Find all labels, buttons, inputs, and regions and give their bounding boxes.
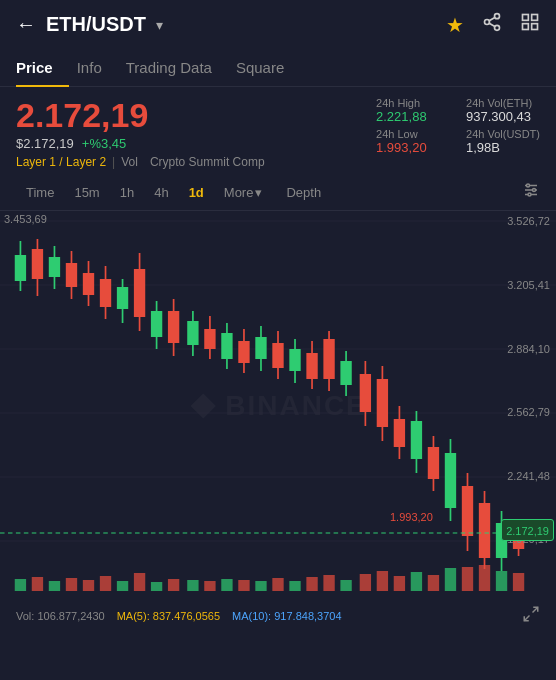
svg-rect-55 xyxy=(289,349,300,371)
svg-rect-53 xyxy=(272,343,283,368)
timeframe-4h[interactable]: 4h xyxy=(144,181,178,204)
tag-vol: Vol xyxy=(121,155,138,169)
stat-low-value: 1.993,20 xyxy=(376,140,450,155)
stat-vol-usdt-label: 24h Vol(USDT) xyxy=(466,128,540,140)
svg-rect-88 xyxy=(117,581,128,591)
timeframe-15m[interactable]: 15m xyxy=(64,181,109,204)
svg-rect-110 xyxy=(496,571,507,591)
svg-rect-67 xyxy=(394,419,405,447)
svg-rect-101 xyxy=(340,580,351,591)
svg-rect-107 xyxy=(445,568,456,591)
svg-rect-98 xyxy=(289,581,300,591)
svg-rect-23 xyxy=(15,255,26,281)
svg-rect-111 xyxy=(513,573,524,591)
svg-rect-8 xyxy=(532,24,538,30)
stat-high-label: 24h High xyxy=(376,97,450,109)
svg-line-113 xyxy=(533,608,538,613)
stat-24h-vol-eth: 24h Vol(ETH) 937.300,43 xyxy=(466,97,540,124)
svg-rect-75 xyxy=(462,486,473,536)
header-right: ★ xyxy=(446,12,540,37)
svg-rect-71 xyxy=(428,447,439,479)
chart-settings-icon[interactable] xyxy=(522,181,540,204)
expand-chart-button[interactable] xyxy=(522,605,540,627)
svg-rect-57 xyxy=(306,353,317,379)
header: ← ETH/USDT ▾ ★ xyxy=(0,0,556,49)
price-change: +%3,45 xyxy=(82,136,126,151)
svg-rect-91 xyxy=(168,579,179,591)
stat-24h-vol-usdt: 24h Vol(USDT) 1,98B xyxy=(466,128,540,155)
stat-24h-high: 24h High 2.221,88 xyxy=(376,97,450,124)
svg-rect-103 xyxy=(377,571,388,591)
current-price-badge: 2.172,19 xyxy=(501,519,554,541)
svg-rect-85 xyxy=(66,578,77,591)
svg-rect-99 xyxy=(306,577,317,591)
vol-label: Vol: 106.877,2430 xyxy=(16,610,105,622)
svg-rect-65 xyxy=(377,379,388,427)
low-price-marker: 1.993,20 xyxy=(390,511,433,523)
favorite-icon[interactable]: ★ xyxy=(446,13,464,37)
grid-icon[interactable] xyxy=(520,12,540,37)
tab-trading-data[interactable]: Trading Data xyxy=(126,49,228,86)
price-section: 2.172,19 $2.172,19 +%3,45 Layer 1 / Laye… xyxy=(0,87,556,175)
svg-point-14 xyxy=(528,193,531,196)
price-left: 2.172,19 $2.172,19 +%3,45 Layer 1 / Laye… xyxy=(16,97,265,169)
ma5-label: MA(5): 837.476,0565 xyxy=(117,610,220,622)
main-price: 2.172,19 xyxy=(16,97,265,134)
svg-rect-92 xyxy=(187,580,198,591)
current-price-value: 2.172,19 xyxy=(506,525,549,537)
svg-rect-96 xyxy=(255,581,266,591)
svg-rect-83 xyxy=(32,577,43,591)
timeframe-1d[interactable]: 1d xyxy=(179,181,214,204)
svg-line-114 xyxy=(524,616,529,621)
header-left: ← ETH/USDT ▾ xyxy=(16,13,163,36)
chart-top-price-label: 3.453,69 xyxy=(4,213,47,225)
tag-layer1-layer2[interactable]: Layer 1 / Layer 2 xyxy=(16,155,106,169)
svg-rect-47 xyxy=(221,333,232,359)
share-icon[interactable] xyxy=(482,12,502,37)
pair-title: ETH/USDT xyxy=(46,13,146,36)
timeframe-1h[interactable]: 1h xyxy=(110,181,144,204)
chevron-down-icon[interactable]: ▾ xyxy=(156,17,163,33)
stat-vol-usdt-value: 1,98B xyxy=(466,140,540,155)
price-label-1: 3.526,72 xyxy=(507,215,554,227)
svg-rect-87 xyxy=(100,576,111,591)
svg-rect-90 xyxy=(151,582,162,591)
stat-low-label: 24h Low xyxy=(376,128,450,140)
svg-rect-29 xyxy=(66,263,77,287)
svg-rect-97 xyxy=(272,578,283,591)
svg-rect-43 xyxy=(187,321,198,345)
svg-line-4 xyxy=(489,17,495,20)
chart-area[interactable]: BINANCE xyxy=(0,211,556,601)
svg-line-3 xyxy=(489,23,495,26)
svg-rect-41 xyxy=(168,311,179,343)
svg-rect-49 xyxy=(238,341,249,363)
timeframe-more[interactable]: More ▾ xyxy=(214,181,273,204)
svg-rect-39 xyxy=(151,311,162,337)
back-button[interactable]: ← xyxy=(16,13,36,36)
price-label-3: 2.884,10 xyxy=(507,343,554,355)
tab-price[interactable]: Price xyxy=(16,49,69,86)
depth-button[interactable]: Depth xyxy=(276,181,331,204)
tab-info[interactable]: Info xyxy=(77,49,118,86)
svg-rect-33 xyxy=(100,279,111,307)
svg-point-13 xyxy=(533,189,536,192)
tag-event[interactable]: Crypto Summit Comp xyxy=(150,155,265,169)
svg-rect-109 xyxy=(479,565,490,591)
price-label-2: 3.205,41 xyxy=(507,279,554,291)
svg-rect-100 xyxy=(323,575,334,591)
price-stats: 24h High 2.221,88 24h Vol(ETH) 937.300,4… xyxy=(376,97,540,155)
tab-square[interactable]: Square xyxy=(236,49,300,86)
timeframe-time[interactable]: Time xyxy=(16,181,64,204)
svg-rect-63 xyxy=(360,374,371,412)
svg-rect-93 xyxy=(204,581,215,591)
price-sub: $2.172,19 +%3,45 xyxy=(16,136,265,151)
stat-24h-low: 24h Low 1.993,20 xyxy=(376,128,450,155)
svg-rect-73 xyxy=(445,453,456,508)
svg-rect-82 xyxy=(15,579,26,591)
svg-rect-5 xyxy=(523,15,529,21)
svg-rect-6 xyxy=(532,15,538,21)
svg-rect-105 xyxy=(411,572,422,591)
svg-rect-59 xyxy=(323,339,334,379)
svg-rect-27 xyxy=(49,257,60,277)
svg-rect-77 xyxy=(479,503,490,558)
